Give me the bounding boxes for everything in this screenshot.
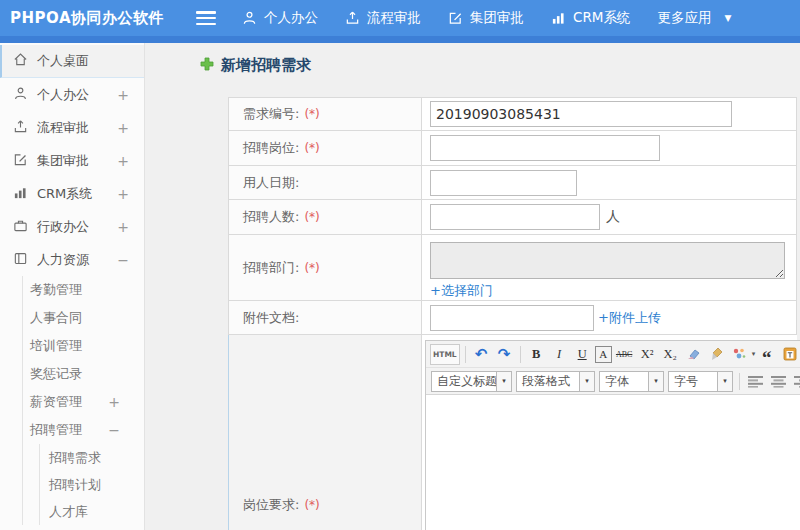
- blockquote-button[interactable]: “: [756, 344, 777, 365]
- expand-toggle[interactable]: +: [117, 120, 129, 136]
- sidebar-item-personnel-contract[interactable]: 人事合同: [23, 304, 144, 332]
- sidebar-item-workflow-approval[interactable]: 流程审批 +: [0, 111, 144, 144]
- field-label: 需求编号: (*): [229, 98, 422, 130]
- unit-suffix: 人: [606, 208, 620, 226]
- sidebar-item-human-resources[interactable]: 人力资源 −: [0, 243, 144, 276]
- editor-toolbar-row1: HTML ↶ ↷ B I U A ABC X² X₂: [426, 341, 800, 368]
- attachment-upload-link[interactable]: +附件上传: [598, 309, 661, 327]
- sidebar-item-training-mgmt[interactable]: 培训管理: [23, 332, 144, 360]
- html-source-button[interactable]: HTML: [430, 344, 460, 365]
- sidebar: 个人桌面 个人办公 + 流程审批 + 集团审批 + CRM系统 + 行政办公 +…: [0, 43, 145, 530]
- book-icon: [13, 251, 28, 269]
- chart-icon: [551, 10, 566, 26]
- align-center-icon[interactable]: [770, 374, 787, 388]
- topnav-group-approval[interactable]: 集团审批: [448, 9, 524, 27]
- caret-down-icon: ▾: [649, 371, 664, 392]
- field-label: 用人日期:: [229, 166, 422, 199]
- user-icon: [13, 86, 28, 104]
- app-logo: PHPOA协同办公软件: [0, 9, 196, 28]
- field-label: 招聘部门: (*): [229, 235, 422, 300]
- chart-icon: [13, 185, 28, 203]
- align-right-icon[interactable]: [793, 374, 800, 388]
- expand-toggle[interactable]: +: [117, 153, 129, 169]
- hr-submenu: 考勤管理 人事合同 培训管理 奖惩记录 薪资管理+ 招聘管理− 招聘需求 招聘计…: [22, 276, 144, 525]
- sidebar-item-admin-office[interactable]: 行政办公 +: [0, 210, 144, 243]
- department-textarea[interactable]: [430, 242, 785, 279]
- attachment-input[interactable]: [430, 305, 594, 331]
- paragraph-format-dropdown[interactable]: 段落格式 ▾: [516, 371, 595, 392]
- editor-toolbar-row2: 自定义标题 ▾ 段落格式 ▾ 字体 ▾ 字号 ▾: [426, 368, 800, 395]
- demand-no-input[interactable]: [430, 101, 732, 127]
- strikethrough-button[interactable]: ABC: [614, 344, 635, 365]
- expand-toggle[interactable]: +: [117, 87, 129, 103]
- form-row-position: 招聘岗位: (*): [228, 131, 797, 166]
- sidebar-item-personal-desktop[interactable]: 个人桌面: [0, 45, 144, 78]
- topnav-workflow-approval[interactable]: 流程审批: [345, 9, 421, 27]
- field-label: 岗位要求: (*): [229, 335, 422, 530]
- flow-icon: [13, 119, 28, 137]
- sidebar-item-reward-punishment[interactable]: 奖惩记录: [23, 360, 144, 388]
- main-content: 新增招聘需求 需求编号: (*) 招聘岗位: (*) 用人日期:: [146, 43, 800, 530]
- superscript-button[interactable]: X²: [637, 344, 658, 365]
- briefcase-icon: [13, 218, 28, 236]
- form-row-attachment: 附件文档: +附件上传: [228, 301, 797, 335]
- required-marker: (*): [304, 210, 319, 224]
- position-input[interactable]: [430, 135, 660, 161]
- sidebar-item-salary-mgmt[interactable]: 薪资管理+: [23, 388, 144, 416]
- sidebar-item-talent-pool[interactable]: 人才库: [40, 498, 144, 525]
- field-label: 招聘人数: (*): [229, 200, 422, 234]
- sidebar-item-group-approval[interactable]: 集团审批 +: [0, 144, 144, 177]
- required-marker: (*): [304, 107, 319, 121]
- collapse-toggle[interactable]: −: [117, 252, 129, 268]
- auto-typeset-icon[interactable]: [729, 344, 750, 365]
- field-label: 招聘岗位: (*): [229, 131, 422, 165]
- eraser-icon[interactable]: [683, 344, 704, 365]
- select-department-link[interactable]: +选择部门: [430, 282, 493, 300]
- expand-toggle[interactable]: +: [117, 219, 129, 235]
- form-row-hire-date: 用人日期:: [228, 166, 797, 200]
- underline-button[interactable]: U: [572, 344, 593, 365]
- undo-button[interactable]: ↶: [471, 344, 492, 365]
- topnav-more-apps[interactable]: 更多应用: [657, 9, 711, 27]
- italic-button[interactable]: I: [549, 344, 570, 365]
- hamburger-menu-icon[interactable]: [196, 11, 216, 25]
- user-icon: [242, 10, 257, 26]
- sidebar-item-recruit-mgmt[interactable]: 招聘管理−: [23, 416, 144, 444]
- font-size-dropdown[interactable]: 字号 ▾: [668, 371, 733, 392]
- format-painter-icon[interactable]: [706, 344, 727, 365]
- required-marker: (*): [304, 261, 319, 275]
- editor-content-area[interactable]: [426, 395, 800, 530]
- caret-down-icon: ▾: [497, 371, 512, 392]
- caret-down-icon[interactable]: ▾: [752, 350, 756, 358]
- collapse-toggle[interactable]: −: [108, 422, 120, 438]
- hire-date-input[interactable]: [430, 170, 577, 196]
- sidebar-item-recruit-demand[interactable]: 招聘需求: [40, 444, 144, 471]
- subscript-button[interactable]: X₂: [660, 344, 681, 365]
- sidebar-item-recruit-plan[interactable]: 招聘计划: [40, 471, 144, 498]
- sidebar-item-crm-system[interactable]: CRM系统 +: [0, 177, 144, 210]
- align-left-icon[interactable]: [747, 374, 764, 388]
- topnav-personal-office[interactable]: 个人办公: [242, 9, 318, 27]
- recruit-submenu: 招聘需求 招聘计划 人才库: [39, 444, 144, 525]
- required-marker: (*): [304, 498, 319, 512]
- plus-icon: [200, 56, 214, 75]
- expand-toggle[interactable]: +: [117, 186, 129, 202]
- sidebar-item-attendance-mgmt[interactable]: 考勤管理: [23, 276, 144, 304]
- field-label: 附件文档:: [229, 301, 422, 334]
- redo-button[interactable]: ↷: [494, 344, 515, 365]
- page-title: 新增招聘需求: [200, 56, 311, 75]
- custom-title-dropdown[interactable]: 自定义标题 ▾: [431, 371, 512, 392]
- bold-button[interactable]: B: [526, 344, 547, 365]
- rich-text-editor: HTML ↶ ↷ B I U A ABC X² X₂: [425, 340, 800, 530]
- caret-down-icon: ▾: [580, 371, 595, 392]
- caret-down-icon[interactable]: ▼: [724, 13, 731, 23]
- topnav-crm-system[interactable]: CRM系统: [551, 9, 630, 27]
- paste-word-icon[interactable]: [779, 344, 800, 365]
- sidebar-item-personal-office[interactable]: 个人办公 +: [0, 78, 144, 111]
- char-border-button[interactable]: A: [595, 346, 612, 363]
- form-row-headcount: 招聘人数: (*) 人: [228, 200, 797, 235]
- font-family-dropdown[interactable]: 字体 ▾: [599, 371, 664, 392]
- expand-toggle[interactable]: +: [108, 394, 120, 410]
- headcount-input[interactable]: [430, 204, 600, 230]
- flow-icon: [345, 10, 360, 26]
